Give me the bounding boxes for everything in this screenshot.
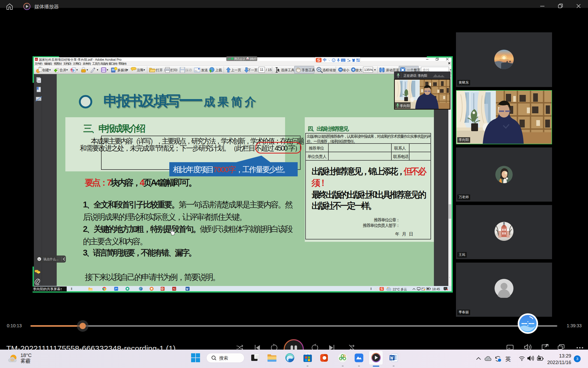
svg-text:ev: ev — [341, 356, 344, 360]
